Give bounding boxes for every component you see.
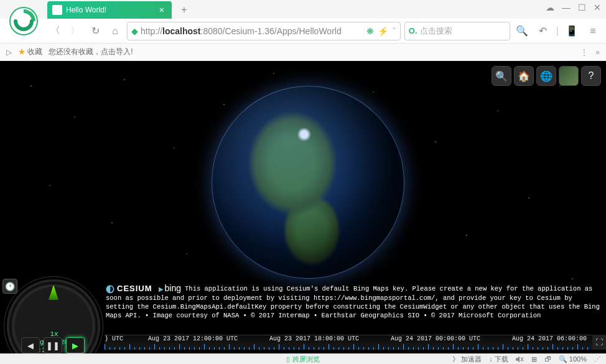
globe[interactable] [212, 86, 404, 279]
active-tab[interactable]: 🖼 Hello World! × [47, 1, 172, 19]
forward-button[interactable]: 〉 [67, 23, 83, 39]
accelerator-button[interactable]: 》 加速器 [452, 355, 482, 364]
undo-button[interactable]: ↶ [535, 23, 551, 39]
timeline[interactable]: ) UTCAug 23 2017 12:00:00 UTCAug 23 2017… [105, 335, 592, 350]
play-forward-button[interactable]: ▶ [66, 337, 85, 353]
credits-overlay: CESIUM bing This application is using Ce… [106, 284, 602, 320]
home-button[interactable]: ⌂ [107, 23, 123, 39]
maximize-icon[interactable]: ☐ [578, 2, 586, 12]
close-window-icon[interactable]: ✕ [594, 2, 601, 12]
cesium-logo: CESIUM [106, 284, 152, 293]
address-bar[interactable]: ◆ http://localhost:8080/Cesium-1.36/Apps… [127, 22, 401, 40]
cesium-viewer[interactable]: 🔍 🏠 🌐 ? CESIUM bing This application is … [0, 61, 606, 353]
resize-grip-icon[interactable]: ⋰ [594, 355, 601, 363]
tab-strip: 🖼 Hello World! × + [47, 0, 193, 19]
menu-icon[interactable]: ≡ [585, 23, 601, 39]
statusbar: ▯ 跨屏浏览 》 加速器 ↓ 下载 ⊞ 🗗 🔍 100% ⋰ [0, 353, 606, 364]
recycle-icon[interactable]: ❋ [366, 26, 374, 36]
restore-icon[interactable]: 🗗 [544, 355, 551, 363]
star-icon[interactable]: ★ [18, 47, 26, 56]
bing-logo: bing [159, 284, 181, 294]
reload-button[interactable]: ↻ [87, 23, 103, 39]
timeline-ticks [105, 344, 592, 350]
cross-screen-label: 跨屏浏览 [292, 355, 320, 364]
skin-icon[interactable]: ☁ [546, 2, 554, 12]
bookbar-expand-icon[interactable]: » [595, 48, 600, 57]
shield-icon: ◆ [131, 26, 138, 36]
tab-close-icon[interactable]: × [157, 5, 167, 15]
bookmarks-label[interactable]: 收藏 [27, 47, 42, 56]
mobile-icon[interactable]: 📱 [564, 23, 580, 39]
tab-favicon-icon: 🖼 [52, 5, 62, 15]
bookmarks-empty-text[interactable]: 您还没有收藏，点击导入! [49, 47, 133, 57]
back-button[interactable]: 〈 [47, 23, 63, 39]
timeline-label: Aug 24 2017 00:00:00 UTC [391, 335, 480, 342]
browser-logo [5, 2, 42, 40]
zoom-label[interactable]: 🔍 100% [559, 355, 587, 363]
timeline-label: Aug 23 2017 12:00:00 UTC [148, 335, 238, 342]
titlebar: 🖼 Hello World! × + ☁ — ☐ ✕ [0, 0, 606, 19]
help-icon[interactable]: ? [581, 66, 601, 86]
base-layer-picker-icon[interactable] [559, 66, 579, 86]
url-path: /Cesium-1.36/Apps/HelloWorld [223, 26, 342, 36]
home-view-icon[interactable]: 🏠 [514, 66, 534, 86]
play-reverse-button[interactable]: ◀ [21, 337, 40, 353]
search-provider-icon: O. [409, 26, 417, 35]
cesium-toolbar: 🔍 🏠 🌐 ? [492, 66, 601, 86]
lightning-icon[interactable]: ⚡ [378, 26, 388, 36]
timeline-label: Aug 23 2017 18:00:00 UTC [269, 335, 359, 342]
tab-title: Hello World! [66, 6, 106, 14]
search-placeholder: 点击搜索 [420, 26, 452, 37]
dropdown-icon[interactable]: ˅ [392, 26, 396, 36]
cross-screen-button[interactable]: ▯ 跨屏浏览 [286, 355, 320, 364]
pause-button[interactable]: ❚❚ [44, 337, 62, 353]
new-tab-button[interactable]: + [175, 1, 193, 19]
minimize-icon[interactable]: — [562, 2, 571, 12]
url-prefix: http:// [141, 26, 162, 36]
mobile-sync-icon: ▯ [286, 355, 290, 363]
bookmarks-bar: ▷ ★ 收藏 您还没有收藏，点击导入! ⋮ » [0, 44, 606, 61]
search-box[interactable]: O. 点击搜索 [404, 22, 510, 40]
mute-icon[interactable] [516, 356, 524, 363]
navbar: 〈 〉 ↻ ⌂ ◆ http://localhost:8080/Cesium-1… [0, 19, 606, 44]
geocoder-search-icon[interactable]: 🔍 [492, 66, 511, 86]
download-button[interactable]: ↓ 下载 [489, 355, 508, 364]
url-host: localhost [162, 26, 200, 36]
scene-mode-icon[interactable]: 🌐 [536, 66, 556, 86]
fullscreen-button[interactable]: ⛶ [592, 335, 606, 350]
play-tiny-icon[interactable]: ▷ [6, 48, 12, 57]
url-port: :8080 [201, 26, 223, 36]
search-button[interactable]: 🔍 [514, 23, 530, 39]
timeline-label: Aug 24 2017 06:00:00 [512, 335, 587, 342]
grid-icon[interactable]: ⊞ [531, 355, 537, 363]
window-controls: ☁ — ☐ ✕ [546, 2, 601, 12]
animation-widget: 1x Aug 23 2017 07:26:04 UTC ◀ ❚❚ ▶ [4, 282, 103, 351]
timeline-label: ) UTC [105, 335, 123, 342]
bookbar-more-icon[interactable]: ⋮ [580, 48, 588, 57]
